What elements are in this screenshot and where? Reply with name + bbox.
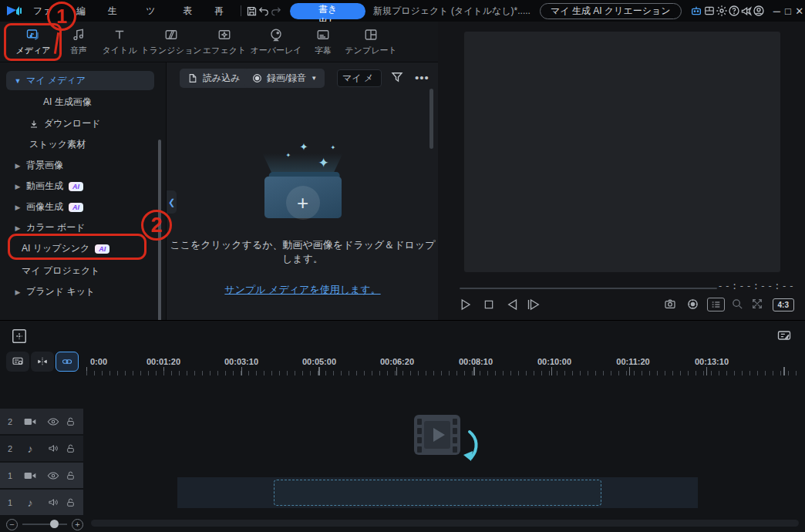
tab-subtitle[interactable]: 字幕 <box>304 22 342 62</box>
caret-down-icon: ▼ <box>12 77 23 85</box>
preview-panel: --:--:--:-- 4:3 <box>438 22 805 320</box>
settings-gear-icon[interactable] <box>716 0 728 22</box>
transition-icon <box>164 28 178 42</box>
play-button[interactable] <box>458 298 472 311</box>
media-sidebar: ▼ マイ メディア AI 生成画像 ダウンロード ストック素材 ▶ 背景画像 ▶… <box>0 62 166 320</box>
snap-icon[interactable] <box>31 352 54 372</box>
zoom-out-icon[interactable]: − <box>6 519 18 530</box>
minimize-button[interactable]: ─ <box>771 0 783 22</box>
zoom-slider-handle[interactable] <box>50 520 59 528</box>
search-input[interactable] <box>337 69 382 87</box>
fullscreen-icon[interactable] <box>751 298 763 310</box>
sidebar-item-video-generation[interactable]: ▶ 動画生成 AI <box>6 177 154 196</box>
ai-robot-icon[interactable] <box>689 0 703 22</box>
manage-tracks-icon[interactable] <box>11 328 28 345</box>
sidebar-item-my-media[interactable]: ▼ マイ メディア <box>6 71 154 90</box>
display-settings-icon[interactable] <box>707 298 725 311</box>
save-icon[interactable] <box>245 0 258 22</box>
link-clips-toggle[interactable] <box>56 352 79 372</box>
tab-titles[interactable]: タイトル <box>97 22 142 62</box>
announcement-icon[interactable] <box>740 0 753 22</box>
redo-icon[interactable] <box>270 0 282 22</box>
record-button[interactable]: 録画/録音 ▼ <box>244 69 325 88</box>
snapshot-camera-icon[interactable] <box>663 298 677 310</box>
caret-right-icon: ▶ <box>12 224 23 232</box>
collapse-sidebar-handle[interactable]: ❮ <box>167 190 177 214</box>
ai-badge: AI <box>69 182 83 191</box>
timeline-zoom-control: − + <box>6 516 91 532</box>
sidebar-item-brand-kit[interactable]: ▶ ブランド キット <box>6 282 154 301</box>
sidebar-item-ai-images[interactable]: AI 生成画像 <box>6 93 154 112</box>
menu-view[interactable]: 表示 <box>173 0 205 22</box>
color-settings-icon[interactable] <box>686 298 699 311</box>
previous-frame-button[interactable] <box>506 298 520 311</box>
sidebar-item-image-generation[interactable]: ▶ 画像生成 AI <box>6 197 154 217</box>
track-header-audio-1[interactable]: 1 ♪ <box>0 490 83 515</box>
menu-tools[interactable]: ツール <box>136 0 173 22</box>
title-bar: ファイル 編集 生成 AI ツール 表示 再生 書き出し 新規プロジェクト (タ… <box>0 0 805 22</box>
drag-clip-illustration <box>414 415 499 478</box>
chevron-down-icon: ▼ <box>311 75 317 82</box>
filmora-window: ファイル 編集 生成 AI ツール 表示 再生 書き出し 新規プロジェクト (タ… <box>0 0 805 532</box>
tab-effects[interactable]: エフェクト <box>200 22 248 62</box>
speaker-mute-icon[interactable] <box>42 497 65 507</box>
menu-generative-ai[interactable]: 生成 AI <box>98 0 136 22</box>
eye-visibility-icon[interactable] <box>42 417 65 426</box>
aspect-ratio-button[interactable]: 4:3 <box>773 298 794 311</box>
tab-template[interactable]: テンプレート <box>342 22 399 62</box>
preview-canvas <box>464 32 780 272</box>
zoom-fit-icon[interactable] <box>731 298 744 311</box>
lock-icon[interactable] <box>66 470 76 481</box>
caret-right-icon: ▶ <box>12 204 23 211</box>
sidebar-item-background-images[interactable]: ▶ 背景画像 <box>6 156 154 175</box>
timeline-settings-icon[interactable] <box>776 328 793 343</box>
video-track-icon <box>19 417 42 426</box>
track-options-icon[interactable] <box>6 352 29 372</box>
export-button[interactable]: 書き出し <box>290 3 365 19</box>
my-ai-creations-button[interactable]: マイ 生成 AI クリエーション <box>540 3 682 19</box>
lock-icon[interactable] <box>66 416 76 427</box>
zoom-in-icon[interactable]: + <box>72 519 83 530</box>
track-header-video-2[interactable]: 2 <box>0 409 83 434</box>
help-icon[interactable] <box>728 0 740 22</box>
account-icon[interactable] <box>753 0 765 22</box>
track-header-video-1[interactable]: 1 <box>0 463 83 488</box>
eye-visibility-icon[interactable] <box>42 471 65 480</box>
media-panel-scrollbar[interactable] <box>429 89 433 149</box>
speaker-mute-icon[interactable] <box>42 443 65 453</box>
clip-drop-target[interactable] <box>274 480 601 506</box>
caret-right-icon: ▶ <box>12 183 23 190</box>
annotation-step-2: 2 <box>141 210 172 241</box>
timeline-ruler[interactable]: 0:00 00:01:20 00:03:10 00:05:00 00:06:20… <box>86 357 800 377</box>
maximize-button[interactable]: □ <box>783 0 794 22</box>
audio-track-icon: ♪ <box>19 443 42 455</box>
layout-icon[interactable] <box>703 0 716 22</box>
tab-overlay[interactable]: オーバーレイ <box>248 22 304 62</box>
zoom-slider[interactable] <box>22 524 67 525</box>
template-icon <box>364 28 378 42</box>
preview-seekbar[interactable] <box>460 288 717 289</box>
video-track-icon <box>19 471 42 480</box>
stop-button[interactable] <box>483 298 495 311</box>
link-icon <box>60 356 74 367</box>
sidebar-item-my-project[interactable]: マイ プロジェクト <box>6 261 154 281</box>
menu-playback[interactable]: 再生 <box>204 0 236 22</box>
ai-badge: AI <box>69 203 83 212</box>
use-sample-media-link[interactable]: サンプル メディアを使用します。 <box>224 283 380 297</box>
lock-icon[interactable] <box>66 443 76 454</box>
media-library-panel: 読み込み ▼ 録画/録音 ▼ ••• ✦ ✦ ✦ ✦ + ここをクリックするか、… <box>166 62 438 320</box>
sidebar-item-download[interactable]: ダウンロード <box>6 114 154 133</box>
next-frame-button[interactable] <box>526 298 543 311</box>
sidebar-item-stock-media[interactable]: ストック素材 <box>6 135 154 154</box>
lock-icon[interactable] <box>66 497 76 508</box>
filter-icon[interactable] <box>390 69 404 85</box>
timeline-horizontal-scrollbar[interactable] <box>91 520 799 527</box>
empty-media-dropzone[interactable]: ✦ ✦ ✦ ✦ + ここをクリックするか、動画や画像をドラッグ＆ドロップします。… <box>167 146 439 297</box>
undo-icon[interactable] <box>258 0 270 22</box>
tab-transition[interactable]: トランジション <box>142 22 200 62</box>
close-button[interactable]: ✕ <box>793 0 805 22</box>
more-options-icon[interactable]: ••• <box>415 71 429 84</box>
track-header-audio-2[interactable]: 2 ♪ <box>0 436 83 461</box>
audio-track-icon: ♪ <box>19 497 42 509</box>
record-icon <box>252 73 262 83</box>
